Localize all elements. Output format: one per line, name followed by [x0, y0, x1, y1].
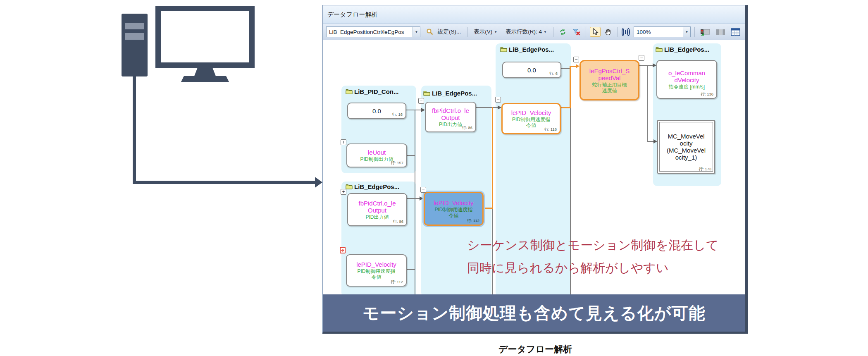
select-tool-button[interactable]: [590, 27, 601, 37]
refresh-icon: [559, 28, 567, 36]
settings-button[interactable]: 設定(S)...: [435, 27, 463, 37]
group-label-lib-edgepos-upper: LiB_EdgePos...: [500, 46, 554, 53]
annotation-text: シーケンス制御とモーション制御を混在して 同時に見られるから解析がしやすい: [467, 234, 718, 279]
highlight-connector: [492, 107, 493, 209]
node-const-zero-pid[interactable]: 0.0 行: 16: [347, 103, 406, 119]
grid-view-button[interactable]: [729, 27, 742, 37]
refresh-button[interactable]: [557, 27, 568, 37]
scope-combobox[interactable]: LiB_EdgePositionCtrl/leEgPos ▼: [326, 26, 420, 37]
folder-icon: [500, 47, 507, 52]
chevron-down-icon: ▼: [494, 30, 497, 34]
node-title: o_leComman dVelocity: [668, 69, 705, 84]
node-fbpidctrl-output-top[interactable]: fbPidCtrl.o_le Output PID出力値 行: 86: [425, 102, 476, 132]
zoom-in-icon: [625, 30, 626, 34]
search-button[interactable]: [424, 27, 435, 36]
node-subtitle: PID出力値: [439, 122, 462, 127]
connector: [407, 155, 415, 156]
node-mc-movevelocity[interactable]: MC_MoveVel ocity (MC_MoveVel ocity_1) 行:…: [657, 120, 715, 174]
node-o-lecommand-velocity[interactable]: o_leComman dVelocity 指令速度 [mm/s] 行: 136: [656, 60, 717, 99]
folder-icon: [423, 91, 430, 96]
annotation-line-1: シーケンス制御とモーション制御を混在して: [467, 234, 718, 256]
search-icon: [426, 28, 434, 36]
node-leegposctrl-speedval[interactable]: leEgPosCtrl_S peedVal 蛇行補正用目標 速度値: [579, 60, 639, 100]
node-lepid-velocity-selected[interactable]: lePID_Velocity PID制御用速度指 令値 行: 112: [424, 192, 484, 226]
red-arrow-icon: [341, 248, 345, 252]
plc-color-icon: [700, 28, 711, 36]
view-label: 表示(V): [474, 28, 492, 36]
connector: [407, 198, 420, 199]
chevron-down-icon[interactable]: ▼: [683, 27, 690, 37]
folder-icon: [346, 184, 353, 189]
flow-arrow-head: [315, 177, 322, 188]
zoom-in-button[interactable]: [622, 28, 625, 36]
highlight-connector: [570, 66, 576, 67]
group-label-lib-edgepos-right: LiB_EdgePos...: [656, 46, 709, 53]
clear-filter-button[interactable]: [571, 27, 582, 36]
monitor-base: [181, 76, 229, 82]
monitor-icon: [155, 6, 255, 68]
plc-gray-icon: [716, 29, 725, 36]
cursor-select-icon: [592, 28, 599, 36]
node-subtitle: PID制御用速度指 令値: [357, 268, 395, 280]
connector: [406, 269, 415, 270]
node-line-number: 行: 112: [391, 280, 403, 285]
collapse-button[interactable]: −: [418, 98, 424, 104]
row-count-button[interactable]: 表示行数(R): 4 ▼: [503, 27, 549, 37]
node-subtitle: PID出力値: [365, 214, 389, 220]
node-line-number: 行: 86: [393, 219, 403, 225]
banner: モーション制御処理も含めて見える化が可能: [323, 294, 745, 332]
connector-arrow: [653, 63, 656, 67]
node-const-zero-edge[interactable]: 0.0 行: 6: [502, 62, 561, 78]
connector: [639, 65, 653, 66]
expand-button[interactable]: +: [341, 139, 346, 145]
node-title: fbPidCtrl.o_le Output: [432, 107, 469, 121]
node-title: 0.0: [372, 108, 381, 115]
view-menu-button[interactable]: 表示(V) ▼: [471, 27, 500, 37]
node-title: 0.0: [527, 67, 536, 74]
node-title: MC_MoveVel ocity (MC_MoveVel ocity_1): [667, 133, 706, 161]
zoom-level-combobox[interactable]: 100% ▼: [634, 26, 691, 37]
pan-tool-button[interactable]: [603, 27, 614, 37]
dataflow-canvas[interactable]: LiB_PID_Con... LiB_EdgePos... LiB_EdgePo…: [323, 40, 745, 294]
toolbar-separator: [586, 27, 586, 37]
zoom-level-value: 100%: [634, 29, 683, 35]
annotation-line-2: 同時に見られるから解析がしやすい: [467, 256, 718, 279]
node-lepid-velocity-top[interactable]: lePID_Velocity PID制御用速度指 令値 行: 116: [501, 103, 561, 134]
collapse-button[interactable]: −: [639, 55, 644, 61]
zoom-out-button[interactable]: [627, 28, 630, 36]
collapse-button[interactable]: −: [420, 187, 426, 193]
window-title: データフロー解析: [327, 11, 377, 19]
reference-marker-icon[interactable]: [340, 247, 346, 253]
collapse-button[interactable]: −: [573, 57, 579, 62]
highlight-connector-arrow: [576, 64, 579, 68]
monitor-stand: [194, 68, 216, 76]
toolbar-separator: [467, 27, 467, 37]
node-line-number: 行: 112: [467, 218, 479, 224]
node-line-number: 行: 173: [699, 167, 711, 172]
grid-window-icon: [731, 28, 740, 36]
group-label-text: LiB_EdgePos...: [432, 90, 477, 97]
collapse-button[interactable]: −: [495, 97, 501, 103]
connector-arrow: [498, 105, 501, 110]
page: データフロー解析 LiB_EdgePositionCtrl/leEgPos ▼ …: [0, 0, 868, 356]
node-lepid-velocity-low[interactable]: lePID_Velocity PID制御用速度指 令値 行: 112: [346, 254, 407, 287]
banner-text: モーション制御処理も含めて見える化が可能: [362, 302, 705, 325]
group-label-lib-edgepos-middle: LiB_EdgePos...: [423, 90, 477, 97]
connector-arrow: [421, 108, 425, 112]
row-count-label: 表示行数(R): 4: [506, 28, 542, 36]
node-line-number: 行: 6: [549, 71, 558, 76]
plc-gray-view-button[interactable]: [714, 28, 727, 36]
chevron-down-icon[interactable]: ▼: [413, 27, 420, 37]
connector: [561, 68, 570, 69]
expand-button[interactable]: +: [341, 189, 346, 195]
window-titlebar[interactable]: データフロー解析: [323, 5, 745, 24]
highlight-connector: [570, 66, 571, 108]
plc-view-button[interactable]: [699, 27, 712, 37]
node-subtitle: 指令速度 [mm/s]: [669, 84, 705, 90]
highlight-connector: [484, 208, 493, 209]
node-leuout[interactable]: leUout PID制御出力値 行: 157: [346, 143, 407, 167]
dataflow-analysis-window: データフロー解析 LiB_EdgePositionCtrl/leEgPos ▼ …: [322, 5, 748, 334]
group-label-text: LiB_EdgePos...: [354, 183, 399, 190]
node-fbpidctrl-output-low[interactable]: fbPidCtrl.o_le Output PID出力値 行: 86: [347, 193, 407, 226]
node-line-number: 行: 116: [544, 127, 557, 132]
